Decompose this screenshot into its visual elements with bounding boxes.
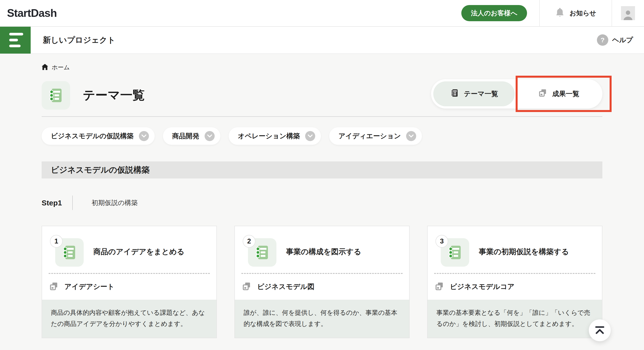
breadcrumb[interactable]: ホーム	[42, 54, 70, 71]
filter-chip-label: オペレーション構築	[238, 132, 300, 141]
help-button[interactable]: ? ヘルプ	[597, 34, 633, 46]
chevron-down-icon	[406, 131, 416, 141]
avatar	[621, 6, 635, 20]
card-top: 事業の初期仮説を構築する	[428, 226, 602, 273]
pages-icon	[434, 281, 444, 292]
card-description: 商品の具体的内容や顧客が抱えている課題など、あなたの商品アイデアを分かりやすくま…	[42, 300, 216, 338]
page-title-row: テーマ一覧	[42, 80, 602, 111]
pages-icon	[242, 281, 252, 292]
top-bar-right: 法人のお客様へ お知らせ	[461, 0, 644, 26]
card-title: 事業の初期仮説を構築する	[479, 247, 569, 257]
results-list-tab-icon	[538, 88, 548, 100]
section-header: ビジネスモデルの仮説構築	[42, 162, 602, 178]
filter-chip-label: 商品開発	[172, 132, 199, 141]
divider	[72, 195, 73, 210]
bell-icon	[555, 7, 565, 19]
card-description: 事業の基本要素となる「何を」「誰に」「いくらで売るのか」を検討し、初期仮説として…	[428, 300, 602, 338]
card-number-badge: 3	[436, 235, 448, 248]
theme-list-icon	[42, 81, 70, 110]
project-title: 新しいプロジェクト	[43, 35, 116, 45]
section-header-label: ビジネスモデルの仮説構築	[51, 165, 150, 175]
card-number-badge: 1	[50, 235, 63, 248]
tab-theme-list-label: テーマ一覧	[464, 89, 498, 98]
theme-cards: 1 商品のアイデアをまとめる	[42, 226, 602, 338]
artifact-label: アイデアシート	[64, 282, 114, 292]
filter-chip-label: アイディエーション	[338, 132, 401, 141]
question-mark-icon: ?	[597, 34, 608, 46]
step1-name: 初期仮説の構築	[92, 198, 138, 207]
page-title: テーマ一覧	[83, 87, 145, 104]
theme-list-tab-icon	[450, 88, 459, 99]
card-title: 事業の構成を図示する	[286, 247, 361, 257]
card-idea-sheet[interactable]: 1 商品のアイデアをまとめる	[42, 226, 217, 338]
artifact-row: アイデアシート	[42, 274, 216, 300]
chevron-down-icon	[204, 131, 215, 141]
step1-row: Step1 初期仮説の構築	[42, 195, 602, 210]
breadcrumb-home-label: ホーム	[52, 63, 70, 71]
help-label: ヘルプ	[612, 35, 633, 45]
card-number-badge: 2	[243, 235, 256, 248]
filter-chips: ビジネスモデルの仮説構築 商品開発 オペレーション構築 アイディエーション	[42, 127, 602, 145]
hamburger-menu-button[interactable]	[0, 26, 31, 54]
top-bar: StartDash 法人のお客様へ お知らせ	[0, 0, 644, 27]
card-top: 商品のアイデアをまとめる	[42, 226, 216, 273]
filter-chip-ideation[interactable]: アイディエーション	[329, 127, 422, 145]
card-business-model-diagram[interactable]: 2 事業の構成を図示する	[234, 226, 410, 338]
view-toggle-pill: テーマ一覧 成果一覧	[431, 79, 602, 109]
chevron-down-icon	[139, 131, 149, 141]
sub-header: 新しいプロジェクト ? ヘルプ	[0, 27, 644, 54]
view-toggle: テーマ一覧 成果一覧	[431, 79, 602, 109]
home-icon	[42, 64, 48, 71]
scroll-top-icon	[595, 326, 605, 335]
chevron-down-icon	[305, 131, 315, 141]
scroll-to-top-button[interactable]	[589, 319, 611, 341]
step1-label: Step1	[42, 199, 72, 207]
card-business-model-core[interactable]: 3 事業の初期仮説を構築する	[427, 226, 602, 338]
artifact-label: ビジネスモデル図	[257, 282, 314, 292]
tab-results-list-label: 成果一覧	[552, 89, 580, 98]
corporate-customers-button[interactable]: 法人のお客様へ	[461, 5, 527, 21]
filter-chip-operation[interactable]: オペレーション構築	[229, 127, 321, 145]
account-menu[interactable]	[612, 0, 644, 26]
card-top: 事業の構成を図示する	[235, 226, 409, 273]
filter-chip-product-dev[interactable]: 商品開発	[163, 127, 220, 145]
pages-icon	[49, 281, 59, 292]
page: StartDash 法人のお客様へ お知らせ 新しいプロジェクト ?	[0, 0, 644, 350]
card-title: 商品のアイデアをまとめる	[93, 247, 184, 257]
filter-chip-business-model[interactable]: ビジネスモデルの仮説構築	[42, 127, 155, 145]
notifications-button[interactable]: お知らせ	[540, 0, 612, 26]
tab-theme-list[interactable]: テーマ一覧	[433, 81, 515, 106]
brand-logo: StartDash	[7, 7, 57, 19]
artifact-row: ビジネスモデル図	[235, 274, 409, 300]
filter-chip-label: ビジネスモデルの仮説構築	[51, 132, 134, 141]
tab-results-list[interactable]: 成果一覧	[517, 79, 600, 109]
artifact-label: ビジネスモデルコア	[450, 282, 514, 292]
notifications-label: お知らせ	[570, 9, 596, 18]
artifact-row: ビジネスモデルコア	[428, 274, 602, 300]
card-description: 誰が、誰に、何を提供し、何を得るのか、事業の基本的な構成を図で表現します。	[235, 300, 409, 338]
main-content: ホーム テーマ一覧	[0, 54, 644, 350]
divider	[42, 116, 602, 117]
